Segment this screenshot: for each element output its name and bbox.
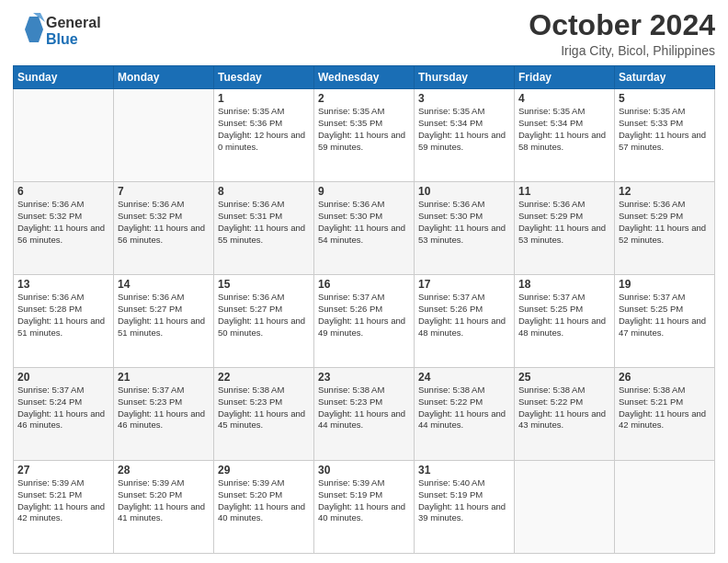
- table-row: 18Sunrise: 5:37 AMSunset: 5:25 PMDayligh…: [515, 275, 615, 368]
- month-title: October 2024: [529, 9, 715, 41]
- sunset-text: Sunset: 5:32 PM: [17, 211, 82, 221]
- cell-info: Sunrise: 5:35 AMSunset: 5:34 PMDaylight:…: [418, 106, 510, 153]
- sunset-text: Sunset: 5:27 PM: [118, 304, 182, 314]
- table-row: 23Sunrise: 5:38 AMSunset: 5:23 PMDayligh…: [314, 368, 415, 461]
- cell-info: Sunrise: 5:37 AMSunset: 5:26 PMDaylight:…: [318, 292, 410, 339]
- title-block: October 2024 Iriga City, Bicol, Philippi…: [529, 9, 715, 58]
- calendar-week-row: 20Sunrise: 5:37 AMSunset: 5:24 PMDayligh…: [14, 368, 715, 461]
- cell-info: Sunrise: 5:36 AMSunset: 5:31 PMDaylight:…: [218, 199, 310, 246]
- cell-info: Sunrise: 5:40 AMSunset: 5:19 PMDaylight:…: [418, 477, 510, 524]
- cell-info: Sunrise: 5:36 AMSunset: 5:32 PMDaylight:…: [118, 199, 210, 246]
- page: General Blue October 2024 Iriga City, Bi…: [0, 0, 728, 563]
- day-number: 21: [118, 371, 210, 384]
- cell-info: Sunrise: 5:36 AMSunset: 5:27 PMDaylight:…: [218, 292, 310, 339]
- sunrise-text: Sunrise: 5:35 AM: [318, 106, 384, 116]
- table-row: 9Sunrise: 5:36 AMSunset: 5:30 PMDaylight…: [314, 182, 415, 275]
- sunrise-text: Sunrise: 5:36 AM: [318, 199, 384, 209]
- col-wednesday: Wednesday: [314, 66, 415, 89]
- table-row: 22Sunrise: 5:38 AMSunset: 5:23 PMDayligh…: [214, 368, 314, 461]
- day-number: 4: [518, 92, 610, 105]
- cell-info: Sunrise: 5:36 AMSunset: 5:32 PMDaylight:…: [17, 199, 109, 246]
- daylight-text: Daylight: 11 hours and 48 minutes.: [518, 316, 606, 338]
- sunset-text: Sunset: 5:26 PM: [418, 304, 483, 314]
- daylight-text: Daylight: 11 hours and 55 minutes.: [218, 223, 305, 245]
- daylight-text: Daylight: 11 hours and 44 minutes.: [318, 408, 405, 431]
- cell-info: Sunrise: 5:37 AMSunset: 5:23 PMDaylight:…: [118, 385, 210, 431]
- daylight-text: Daylight: 11 hours and 53 minutes.: [418, 223, 506, 245]
- cell-info: Sunrise: 5:37 AMSunset: 5:26 PMDaylight:…: [418, 292, 510, 339]
- sunset-text: Sunset: 5:21 PM: [17, 489, 82, 500]
- sunset-text: Sunset: 5:25 PM: [518, 304, 583, 314]
- day-number: 10: [418, 185, 510, 198]
- col-monday: Monday: [114, 66, 214, 89]
- sunrise-text: Sunrise: 5:38 AM: [619, 385, 685, 395]
- table-row: [114, 89, 214, 182]
- sunrise-text: Sunrise: 5:37 AM: [518, 292, 585, 302]
- sunrise-text: Sunrise: 5:39 AM: [17, 477, 84, 488]
- col-friday: Friday: [515, 66, 615, 89]
- daylight-text: Daylight: 11 hours and 58 minutes.: [518, 130, 606, 152]
- sunrise-text: Sunrise: 5:35 AM: [418, 106, 484, 116]
- calendar-table: Sunday Monday Tuesday Wednesday Thursday…: [13, 65, 715, 554]
- daylight-text: Daylight: 11 hours and 48 minutes.: [418, 316, 506, 338]
- cell-info: Sunrise: 5:37 AMSunset: 5:25 PMDaylight:…: [619, 292, 711, 339]
- cell-info: Sunrise: 5:39 AMSunset: 5:21 PMDaylight:…: [17, 477, 109, 524]
- daylight-text: Daylight: 11 hours and 56 minutes.: [118, 223, 205, 245]
- sunrise-text: Sunrise: 5:37 AM: [17, 385, 84, 395]
- sunset-text: Sunset: 5:30 PM: [318, 211, 382, 221]
- daylight-text: Daylight: 11 hours and 46 minutes.: [118, 408, 205, 431]
- header: General Blue October 2024 Iriga City, Bi…: [13, 9, 715, 58]
- daylight-text: Daylight: 11 hours and 59 minutes.: [318, 130, 405, 152]
- day-number: 11: [518, 185, 610, 198]
- table-row: 3Sunrise: 5:35 AMSunset: 5:34 PMDaylight…: [415, 89, 515, 182]
- day-number: 30: [318, 464, 410, 477]
- cell-info: Sunrise: 5:35 AMSunset: 5:36 PMDaylight:…: [218, 106, 310, 153]
- sunset-text: Sunset: 5:21 PM: [619, 396, 683, 407]
- sunset-text: Sunset: 5:22 PM: [518, 396, 583, 407]
- table-row: 4Sunrise: 5:35 AMSunset: 5:34 PMDaylight…: [515, 89, 615, 182]
- daylight-text: Daylight: 11 hours and 49 minutes.: [318, 316, 405, 338]
- sunset-text: Sunset: 5:26 PM: [318, 304, 382, 314]
- calendar-week-row: 6Sunrise: 5:36 AMSunset: 5:32 PMDaylight…: [14, 182, 715, 275]
- table-row: 20Sunrise: 5:37 AMSunset: 5:24 PMDayligh…: [14, 368, 114, 461]
- day-number: 18: [518, 278, 610, 291]
- table-row: 31Sunrise: 5:40 AMSunset: 5:19 PMDayligh…: [415, 461, 515, 554]
- sunset-text: Sunset: 5:34 PM: [518, 118, 583, 128]
- table-row: 25Sunrise: 5:38 AMSunset: 5:22 PMDayligh…: [515, 368, 615, 461]
- daylight-text: Daylight: 11 hours and 46 minutes.: [17, 408, 105, 431]
- sunrise-text: Sunrise: 5:37 AM: [318, 292, 384, 302]
- sunset-text: Sunset: 5:20 PM: [218, 489, 282, 500]
- sunrise-text: Sunrise: 5:37 AM: [118, 385, 184, 395]
- daylight-text: Daylight: 11 hours and 40 minutes.: [318, 501, 405, 523]
- table-row: 7Sunrise: 5:36 AMSunset: 5:32 PMDaylight…: [114, 182, 214, 275]
- table-row: 15Sunrise: 5:36 AMSunset: 5:27 PMDayligh…: [214, 275, 314, 368]
- sunrise-text: Sunrise: 5:35 AM: [218, 106, 284, 116]
- sunset-text: Sunset: 5:19 PM: [318, 489, 382, 500]
- sunrise-text: Sunrise: 5:40 AM: [418, 477, 484, 488]
- sunrise-text: Sunrise: 5:36 AM: [218, 292, 284, 302]
- day-number: 16: [318, 278, 410, 291]
- sunrise-text: Sunrise: 5:37 AM: [418, 292, 484, 302]
- table-row: 17Sunrise: 5:37 AMSunset: 5:26 PMDayligh…: [415, 275, 515, 368]
- svg-text:Blue: Blue: [46, 31, 78, 47]
- cell-info: Sunrise: 5:35 AMSunset: 5:35 PMDaylight:…: [318, 106, 410, 153]
- cell-info: Sunrise: 5:35 AMSunset: 5:33 PMDaylight:…: [619, 106, 711, 153]
- day-number: 14: [118, 278, 210, 291]
- day-number: 28: [118, 464, 210, 477]
- cell-info: Sunrise: 5:36 AMSunset: 5:27 PMDaylight:…: [118, 292, 210, 339]
- sunrise-text: Sunrise: 5:35 AM: [619, 106, 685, 116]
- day-number: 26: [619, 371, 711, 384]
- sunrise-text: Sunrise: 5:38 AM: [318, 385, 384, 395]
- daylight-text: Daylight: 11 hours and 54 minutes.: [318, 223, 405, 245]
- calendar-week-row: 27Sunrise: 5:39 AMSunset: 5:21 PMDayligh…: [14, 461, 715, 554]
- day-number: 7: [118, 185, 210, 198]
- sunrise-text: Sunrise: 5:36 AM: [619, 199, 685, 209]
- sunset-text: Sunset: 5:30 PM: [418, 211, 483, 221]
- sunset-text: Sunset: 5:22 PM: [418, 396, 483, 407]
- table-row: [515, 461, 615, 554]
- sunset-text: Sunset: 5:31 PM: [218, 211, 282, 221]
- sunrise-text: Sunrise: 5:38 AM: [518, 385, 585, 395]
- svg-marker-2: [25, 17, 43, 42]
- table-row: 6Sunrise: 5:36 AMSunset: 5:32 PMDaylight…: [14, 182, 114, 275]
- sunrise-text: Sunrise: 5:39 AM: [218, 477, 284, 488]
